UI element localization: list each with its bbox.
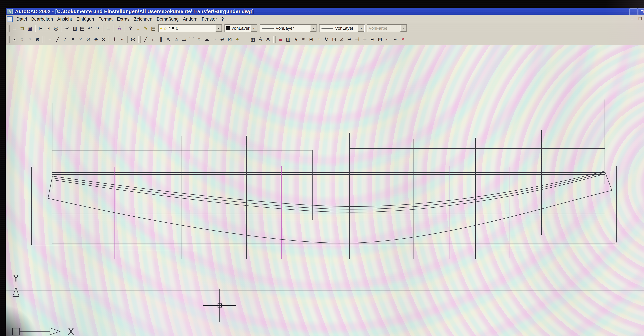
drawing-canvas[interactable]: YX <box>0 0 644 336</box>
svg-text:Y: Y <box>13 273 19 284</box>
svg-text:X: X <box>68 326 74 336</box>
crosshair-cursor <box>203 289 236 322</box>
autocad-window: A AutoCAD 2002 - [C:\Dokumente und Einst… <box>6 8 644 336</box>
drawing-area[interactable]: YX <box>6 45 644 336</box>
